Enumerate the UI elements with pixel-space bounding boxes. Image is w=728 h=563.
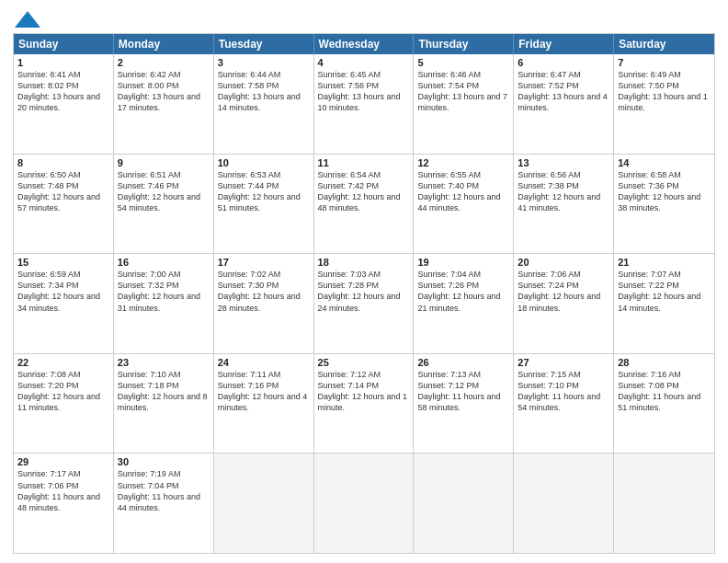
day-number: 22 bbox=[17, 357, 109, 368]
cell-info: Sunrise: 6:58 AMSunset: 7:36 PMDaylight:… bbox=[618, 169, 711, 214]
cell-info: Sunrise: 6:42 AMSunset: 8:00 PMDaylight:… bbox=[118, 69, 210, 114]
calendar-cell bbox=[414, 454, 514, 553]
calendar-cell bbox=[214, 454, 314, 553]
cell-info: Sunrise: 6:46 AMSunset: 7:54 PMDaylight:… bbox=[417, 69, 509, 114]
calendar-header: SundayMondayTuesdayWednesdayThursdayFrid… bbox=[14, 34, 714, 54]
day-number: 4 bbox=[318, 57, 410, 68]
calendar-cell: 25Sunrise: 7:12 AMSunset: 7:14 PMDayligh… bbox=[314, 354, 415, 454]
calendar-row-2: 8Sunrise: 6:50 AMSunset: 7:48 PMDaylight… bbox=[14, 154, 714, 254]
logo bbox=[13, 9, 40, 29]
calendar: SundayMondayTuesdayWednesdayThursdayFrid… bbox=[13, 33, 715, 554]
cell-info: Sunrise: 6:44 AMSunset: 7:58 PMDaylight:… bbox=[218, 69, 310, 114]
calendar-cell: 10Sunrise: 6:53 AMSunset: 7:44 PMDayligh… bbox=[214, 155, 314, 254]
calendar-cell bbox=[514, 454, 614, 553]
cell-info: Sunrise: 7:11 AMSunset: 7:16 PMDaylight:… bbox=[218, 369, 310, 414]
svg-marker-0 bbox=[15, 11, 40, 28]
day-number: 10 bbox=[218, 157, 310, 168]
day-number: 2 bbox=[118, 57, 210, 68]
cell-info: Sunrise: 6:55 AMSunset: 7:40 PMDaylight:… bbox=[417, 169, 509, 214]
cell-info: Sunrise: 7:10 AMSunset: 7:18 PMDaylight:… bbox=[118, 369, 210, 414]
cell-info: Sunrise: 7:13 AMSunset: 7:12 PMDaylight:… bbox=[417, 369, 509, 414]
day-number: 26 bbox=[417, 357, 509, 368]
day-number: 20 bbox=[518, 257, 609, 268]
header-day-monday: Monday bbox=[114, 34, 214, 54]
calendar-cell: 18Sunrise: 7:03 AMSunset: 7:28 PMDayligh… bbox=[314, 254, 415, 353]
cell-info: Sunrise: 7:02 AMSunset: 7:30 PMDaylight:… bbox=[218, 269, 310, 314]
calendar-cell: 30Sunrise: 7:19 AMSunset: 7:04 PMDayligh… bbox=[114, 454, 214, 553]
cell-info: Sunrise: 6:51 AMSunset: 7:46 PMDaylight:… bbox=[118, 169, 210, 214]
day-number: 17 bbox=[218, 257, 310, 268]
day-number: 16 bbox=[118, 257, 210, 268]
calendar-cell: 15Sunrise: 6:59 AMSunset: 7:34 PMDayligh… bbox=[14, 254, 114, 353]
day-number: 9 bbox=[118, 157, 210, 168]
calendar-cell: 9Sunrise: 6:51 AMSunset: 7:46 PMDaylight… bbox=[114, 155, 214, 254]
cell-info: Sunrise: 6:56 AMSunset: 7:38 PMDaylight:… bbox=[518, 169, 609, 214]
day-number: 12 bbox=[417, 157, 509, 168]
calendar-body: 1Sunrise: 6:41 AMSunset: 8:02 PMDaylight… bbox=[14, 54, 714, 553]
calendar-cell: 8Sunrise: 6:50 AMSunset: 7:48 PMDaylight… bbox=[14, 155, 114, 254]
day-number: 5 bbox=[417, 57, 509, 68]
calendar-cell bbox=[614, 454, 714, 553]
calendar-cell: 28Sunrise: 7:16 AMSunset: 7:08 PMDayligh… bbox=[614, 354, 714, 454]
cell-info: Sunrise: 6:41 AMSunset: 8:02 PMDaylight:… bbox=[17, 69, 109, 114]
day-number: 3 bbox=[218, 57, 310, 68]
logo-icon bbox=[15, 9, 40, 29]
day-number: 25 bbox=[318, 357, 410, 368]
calendar-cell: 1Sunrise: 6:41 AMSunset: 8:02 PMDaylight… bbox=[14, 54, 114, 154]
calendar-cell: 4Sunrise: 6:45 AMSunset: 7:56 PMDaylight… bbox=[314, 54, 415, 154]
cell-info: Sunrise: 7:17 AMSunset: 7:06 PMDaylight:… bbox=[17, 468, 109, 513]
calendar-cell: 7Sunrise: 6:49 AMSunset: 7:50 PMDaylight… bbox=[614, 54, 714, 154]
header-day-saturday: Saturday bbox=[614, 34, 714, 54]
cell-info: Sunrise: 7:04 AMSunset: 7:26 PMDaylight:… bbox=[417, 269, 509, 314]
day-number: 7 bbox=[618, 57, 711, 68]
cell-info: Sunrise: 6:49 AMSunset: 7:50 PMDaylight:… bbox=[618, 69, 711, 114]
calendar-cell: 13Sunrise: 6:56 AMSunset: 7:38 PMDayligh… bbox=[514, 155, 614, 254]
calendar-cell: 17Sunrise: 7:02 AMSunset: 7:30 PMDayligh… bbox=[214, 254, 314, 353]
cell-info: Sunrise: 6:47 AMSunset: 7:52 PMDaylight:… bbox=[518, 69, 609, 114]
cell-info: Sunrise: 7:00 AMSunset: 7:32 PMDaylight:… bbox=[118, 269, 210, 314]
calendar-row-4: 22Sunrise: 7:08 AMSunset: 7:20 PMDayligh… bbox=[14, 353, 714, 454]
header-day-sunday: Sunday bbox=[14, 34, 114, 54]
cell-info: Sunrise: 6:59 AMSunset: 7:34 PMDaylight:… bbox=[17, 269, 109, 314]
cell-info: Sunrise: 7:07 AMSunset: 7:22 PMDaylight:… bbox=[618, 269, 711, 314]
day-number: 11 bbox=[318, 157, 410, 168]
calendar-cell: 24Sunrise: 7:11 AMSunset: 7:16 PMDayligh… bbox=[214, 354, 314, 454]
day-number: 29 bbox=[17, 456, 109, 467]
day-number: 23 bbox=[118, 357, 210, 368]
calendar-row-5: 29Sunrise: 7:17 AMSunset: 7:06 PMDayligh… bbox=[14, 453, 714, 553]
cell-info: Sunrise: 7:19 AMSunset: 7:04 PMDaylight:… bbox=[118, 468, 210, 513]
day-number: 24 bbox=[218, 357, 310, 368]
header-day-thursday: Thursday bbox=[414, 34, 514, 54]
cell-info: Sunrise: 6:54 AMSunset: 7:42 PMDaylight:… bbox=[318, 169, 410, 214]
day-number: 18 bbox=[318, 257, 410, 268]
calendar-row-3: 15Sunrise: 6:59 AMSunset: 7:34 PMDayligh… bbox=[14, 253, 714, 353]
calendar-cell: 2Sunrise: 6:42 AMSunset: 8:00 PMDaylight… bbox=[114, 54, 214, 154]
day-number: 27 bbox=[518, 357, 609, 368]
calendar-cell: 12Sunrise: 6:55 AMSunset: 7:40 PMDayligh… bbox=[414, 155, 514, 254]
day-number: 21 bbox=[618, 257, 711, 268]
day-number: 28 bbox=[618, 357, 711, 368]
cell-info: Sunrise: 7:03 AMSunset: 7:28 PMDaylight:… bbox=[318, 269, 410, 314]
day-number: 6 bbox=[518, 57, 609, 68]
cell-info: Sunrise: 7:06 AMSunset: 7:24 PMDaylight:… bbox=[518, 269, 609, 314]
cell-info: Sunrise: 7:12 AMSunset: 7:14 PMDaylight:… bbox=[318, 369, 410, 414]
cell-info: Sunrise: 6:50 AMSunset: 7:48 PMDaylight:… bbox=[17, 169, 109, 214]
calendar-cell: 6Sunrise: 6:47 AMSunset: 7:52 PMDaylight… bbox=[514, 54, 614, 154]
calendar-cell: 22Sunrise: 7:08 AMSunset: 7:20 PMDayligh… bbox=[14, 354, 114, 454]
calendar-cell: 3Sunrise: 6:44 AMSunset: 7:58 PMDaylight… bbox=[214, 54, 314, 154]
cell-info: Sunrise: 7:16 AMSunset: 7:08 PMDaylight:… bbox=[618, 369, 711, 414]
calendar-cell: 29Sunrise: 7:17 AMSunset: 7:06 PMDayligh… bbox=[14, 454, 114, 553]
calendar-cell: 5Sunrise: 6:46 AMSunset: 7:54 PMDaylight… bbox=[414, 54, 514, 154]
calendar-cell: 23Sunrise: 7:10 AMSunset: 7:18 PMDayligh… bbox=[114, 354, 214, 454]
page: SundayMondayTuesdayWednesdayThursdayFrid… bbox=[0, 0, 728, 563]
calendar-cell: 11Sunrise: 6:54 AMSunset: 7:42 PMDayligh… bbox=[314, 155, 415, 254]
calendar-cell: 19Sunrise: 7:04 AMSunset: 7:26 PMDayligh… bbox=[414, 254, 514, 353]
day-number: 13 bbox=[518, 157, 609, 168]
logo-area bbox=[13, 9, 40, 26]
day-number: 1 bbox=[17, 57, 109, 68]
calendar-row-1: 1Sunrise: 6:41 AMSunset: 8:02 PMDaylight… bbox=[14, 54, 714, 154]
cell-info: Sunrise: 6:53 AMSunset: 7:44 PMDaylight:… bbox=[218, 169, 310, 214]
calendar-cell: 20Sunrise: 7:06 AMSunset: 7:24 PMDayligh… bbox=[514, 254, 614, 353]
calendar-cell: 14Sunrise: 6:58 AMSunset: 7:36 PMDayligh… bbox=[614, 155, 714, 254]
day-number: 14 bbox=[618, 157, 711, 168]
